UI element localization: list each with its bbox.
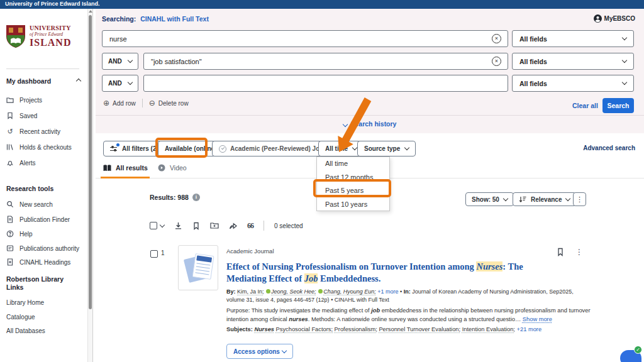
- sidebar-item-holds-checkouts[interactable]: Holds & checkouts: [6, 143, 72, 151]
- download-icon[interactable]: [174, 222, 182, 230]
- clear-all-link[interactable]: Clear all: [572, 102, 598, 109]
- publication-document-icon: [6, 216, 14, 223]
- minus-circle-icon: ⊖: [149, 99, 155, 107]
- add-to-project-icon[interactable]: [210, 222, 219, 229]
- delete-row-button[interactable]: ⊖ Delete row: [149, 99, 189, 107]
- sidebar-item-label: Help: [19, 231, 33, 238]
- separator: •: [331, 297, 333, 303]
- search-button[interactable]: Search: [602, 98, 634, 113]
- sidebar-item-recent-activity[interactable]: ↺ Recent activity: [6, 128, 60, 135]
- select-all-checkbox[interactable]: [150, 222, 157, 229]
- cite-icon[interactable]: 66: [247, 221, 253, 231]
- chevron-down-icon: [128, 80, 133, 85]
- show-more-link[interactable]: Show more: [523, 316, 552, 322]
- search-term-input-2[interactable]: [143, 53, 508, 70]
- result-1-thumbnail[interactable]: [178, 245, 218, 290]
- subject-link[interactable]: Intention Evaluation;: [462, 326, 515, 332]
- search-icon: [6, 200, 14, 208]
- subject-link[interactable]: Psychosocial Factors;: [276, 326, 333, 332]
- sort-dropdown[interactable]: Relevance: [513, 192, 576, 206]
- sidebar-link-catalogue[interactable]: Catalogue: [6, 314, 35, 321]
- source-type-dropdown[interactable]: Source type: [357, 141, 416, 156]
- info-icon[interactable]: i: [192, 194, 200, 201]
- sidebar-item-label: Holds & checkouts: [19, 144, 72, 151]
- clear-input-2-icon[interactable]: ×: [492, 57, 501, 66]
- subject-link[interactable]: Professionalism;: [335, 326, 377, 332]
- bookmark-icon[interactable]: [557, 248, 564, 259]
- result-1-source-type: Academic Journal: [226, 248, 274, 255]
- add-circle-icon: ⊕: [103, 99, 109, 107]
- scrollbar-up-arrow-icon[interactable]: [89, 10, 92, 13]
- sidebar-item-publications-authority[interactable]: Publications authority: [6, 244, 79, 252]
- history-icon: ↺: [6, 128, 14, 135]
- menu-item-past-5-years[interactable]: Past 5 years: [317, 184, 389, 198]
- result-overflow-menu-icon[interactable]: ⋮: [575, 248, 583, 259]
- advanced-search-link[interactable]: Advanced search: [583, 145, 635, 151]
- database-link[interactable]: CINAHL with Full Text: [140, 15, 209, 23]
- upei-logo[interactable]: UNIVERSITY of Prince Edward ISLAND: [5, 24, 71, 49]
- sidebar-item-cinahl-headings[interactable]: CINAHL Headings: [6, 258, 70, 266]
- add-row-button[interactable]: ⊕ Add row: [103, 99, 136, 107]
- abstract-emphasis: nurses: [289, 316, 308, 322]
- result-1-title[interactable]: Effect of Nursing Professionalism on Tur…: [226, 261, 532, 284]
- bookmark-icon: [6, 112, 14, 119]
- menu-item-past-12-months[interactable]: Past 12 months: [317, 171, 389, 185]
- tab-video[interactable]: Video: [158, 164, 187, 172]
- sidebar-item-help[interactable]: Help: [6, 230, 33, 238]
- tab-all-results[interactable]: All results: [103, 164, 148, 172]
- sidebar-item-new-search[interactable]: New search: [6, 200, 53, 208]
- myebsco-button[interactable]: MyEBSCO: [594, 14, 635, 23]
- search-panel-divider: [96, 115, 644, 116]
- sidebar-item-saved[interactable]: Saved: [6, 112, 37, 119]
- chevron-down-icon: [622, 58, 627, 63]
- result-1-checkbox[interactable]: [150, 250, 158, 258]
- field-select-2[interactable]: All fields: [512, 53, 634, 70]
- chevron-down-icon: [342, 122, 347, 127]
- field-select-3[interactable]: All fields: [512, 75, 634, 92]
- expand-caret-icon[interactable]: [160, 222, 165, 227]
- results-count: Results: 988 i: [150, 194, 200, 201]
- field-select-1[interactable]: All fields: [512, 30, 634, 47]
- bookmark-icon[interactable]: [192, 222, 200, 230]
- sidebar-link-all-databases[interactable]: All Databases: [6, 327, 45, 334]
- open-book-icon: [103, 165, 111, 172]
- operator-select-2[interactable]: AND: [102, 53, 138, 70]
- sidebar-item-publication-finder[interactable]: Publication Finder: [6, 216, 70, 223]
- access-options-button[interactable]: Access options: [226, 344, 293, 359]
- sidebar-item-label: CINAHL Headings: [19, 259, 70, 266]
- scrollbar-thumb[interactable]: [89, 15, 92, 309]
- more-subjects-link[interactable]: +21 more: [517, 326, 542, 332]
- my-dashboard-header[interactable]: My dashboard: [6, 77, 80, 85]
- search-term-input-1[interactable]: [102, 30, 508, 47]
- sidebar-item-alerts[interactable]: Alerts: [6, 159, 36, 167]
- research-tools-header: Research tools: [6, 185, 53, 192]
- all-filters-button[interactable]: All filters (2): [103, 141, 165, 156]
- results-overflow-menu-button[interactable]: ⋮: [573, 192, 586, 206]
- subject-link[interactable]: Nurses: [254, 326, 274, 332]
- menu-item-past-10-years[interactable]: Past 10 years: [317, 198, 389, 212]
- subject-link[interactable]: Personnel Turnover Evaluation;: [379, 326, 460, 332]
- result-1-subjects: Subjects: Nurses Psychosocial Factors; P…: [226, 326, 599, 332]
- projects-folder-icon: [6, 96, 14, 104]
- operator-select-3-value: AND: [108, 80, 122, 87]
- show-per-page-dropdown[interactable]: Show: 50: [465, 192, 514, 206]
- share-icon[interactable]: [229, 222, 237, 229]
- search-term-input-3[interactable]: [143, 75, 508, 92]
- more-authors-link[interactable]: +1 more: [377, 288, 398, 295]
- sidebar-scrollbar[interactable]: [87, 9, 93, 362]
- search-panel: Searching: CINAHL with Full Text MyEBSCO…: [96, 9, 644, 133]
- author-link[interactable]: Jeong, Seok Hee;: [271, 288, 316, 295]
- search-history-link[interactable]: Search history: [96, 120, 644, 128]
- author-link[interactable]: Chang, Hyoung Eun;: [323, 288, 376, 295]
- sidebar: UNIVERSITY of Prince Edward ISLAND My da…: [0, 9, 87, 362]
- access-options-label: Access options: [233, 348, 280, 355]
- menu-item-all-time[interactable]: All time: [317, 157, 389, 171]
- sidebar-item-projects[interactable]: Projects: [6, 96, 42, 104]
- operator-select-3[interactable]: AND: [102, 75, 138, 92]
- sidebar-link-library-home[interactable]: Library Home: [6, 299, 44, 306]
- author-link[interactable]: Kim, Ja In;: [237, 288, 264, 295]
- chevron-down-icon: [622, 35, 627, 40]
- source-type-label: Source type: [364, 145, 400, 152]
- clear-input-1-icon[interactable]: ×: [492, 34, 501, 43]
- by-label: By:: [226, 288, 236, 295]
